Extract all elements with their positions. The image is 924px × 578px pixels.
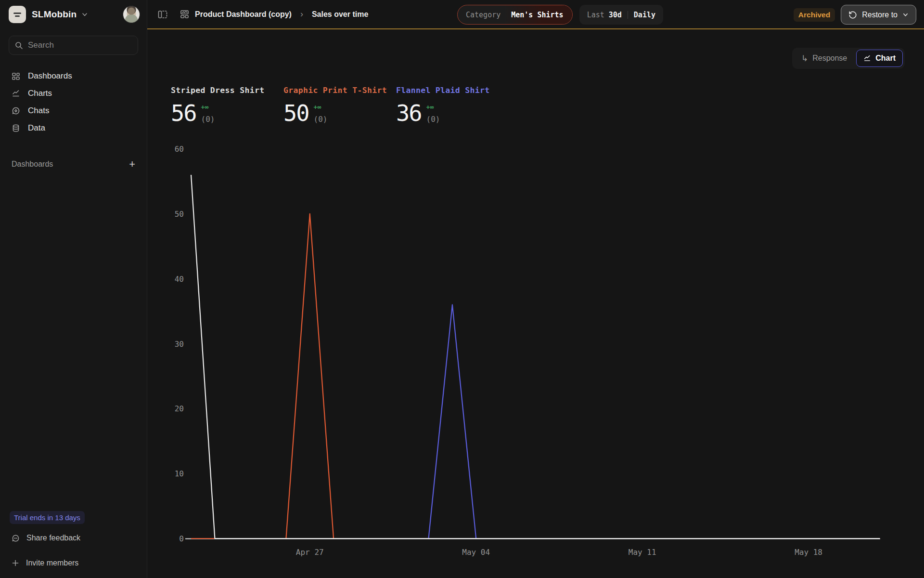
y-axis-tick: 20 [175, 404, 184, 413]
x-axis-tick: May 11 [629, 548, 656, 557]
series-line-graphic-print-t-shirt [191, 214, 880, 539]
y-axis-tick: 0 [179, 534, 184, 543]
y-axis-tick: 60 [175, 144, 184, 154]
x-axis-tick: Apr 27 [296, 548, 324, 557]
series-line-striped-dress-shirt [191, 175, 880, 539]
x-axis-tick: May 04 [462, 548, 490, 557]
x-axis-tick: May 18 [795, 548, 822, 557]
y-axis-tick: 10 [175, 469, 184, 478]
y-axis-tick: 30 [175, 340, 184, 349]
y-axis-tick: 50 [175, 210, 184, 219]
y-axis-tick: 40 [175, 275, 184, 284]
sales-line-chart[interactable]: 0102030405060Apr 27May 04May 11May 18 [0, 0, 924, 578]
